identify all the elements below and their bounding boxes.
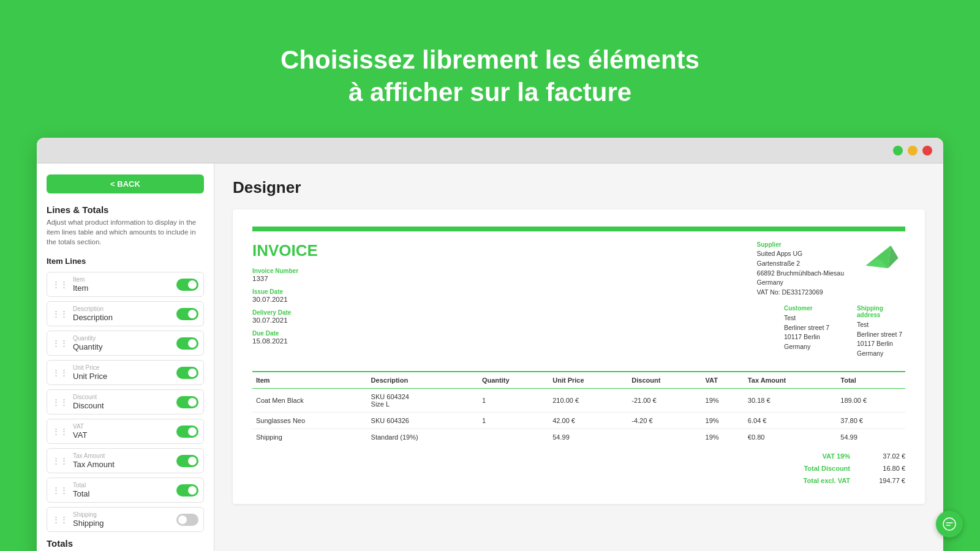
drag-handle[interactable]: ⋮⋮: [52, 515, 68, 524]
toggle-switch-description[interactable]: [176, 308, 198, 320]
totals-value-0: 37.02 €: [869, 452, 905, 460]
cell-qty: [478, 429, 549, 445]
totals-label-2: Total excl. VAT: [758, 477, 869, 484]
shipping-block: Shipping address Test Berliner street 7 …: [857, 305, 905, 359]
toggle-row-item: ⋮⋮ Item Item: [47, 272, 204, 297]
customer-block: Customer Test Berliner street 7 10117 Be…: [784, 305, 832, 359]
totals-row-2: Total excl. VAT 194.77 €: [252, 474, 905, 487]
invoice-issue-date-block: Issue Date 30.07.2021: [252, 288, 318, 303]
tl-green[interactable]: [893, 146, 903, 156]
field-value: Total: [73, 489, 172, 498]
svg-point-3: [943, 518, 956, 530]
field-label: Shipping: [73, 511, 172, 518]
drag-handle[interactable]: ⋮⋮: [52, 368, 68, 377]
totals-value-1: 16.80 €: [869, 465, 905, 472]
cell-desc: SKU 604326: [368, 412, 478, 429]
invoice-left: INVOICE Invoice Number 1337 Issue Date 3…: [252, 241, 318, 359]
drag-handle[interactable]: ⋮⋮: [52, 309, 68, 318]
col-item: Item: [252, 372, 368, 389]
cell-unit-price: 54.99: [549, 429, 628, 445]
cell-vat: 19%: [702, 388, 744, 412]
cell-tax: 6.04 €: [744, 412, 837, 429]
invoice-preview: INVOICE Invoice Number 1337 Issue Date 3…: [233, 209, 925, 504]
toggle-switch-total[interactable]: [176, 484, 198, 497]
col-vat: VAT: [702, 372, 744, 389]
cell-tax: 30.18 €: [744, 388, 837, 412]
toggle-switch-quantity[interactable]: [176, 337, 198, 350]
drag-handle[interactable]: ⋮⋮: [52, 397, 68, 407]
invoice-header-area: INVOICE Invoice Number 1337 Issue Date 3…: [252, 241, 905, 359]
toggle-switch-item[interactable]: [176, 279, 198, 291]
drag-handle[interactable]: ⋮⋮: [52, 456, 68, 465]
cell-qty: 1: [478, 412, 549, 429]
invoice-due-label: Due Date: [252, 330, 318, 337]
cell-discount: -4.20 €: [628, 412, 701, 429]
cell-tax: €0.80: [744, 429, 837, 445]
window-titlebar: [37, 138, 943, 163]
invoice-delivery-value: 30.07.2021: [252, 317, 318, 324]
toggle-row-tax-amount: ⋮⋮ Tax Amount Tax Amount: [47, 448, 204, 473]
customer-label: Customer: [784, 305, 832, 312]
toggle-switch-shipping[interactable]: [176, 514, 198, 526]
invoice-table-head: Item Description Quantity Unit Price Dis…: [252, 372, 905, 389]
chat-button[interactable]: [936, 511, 963, 538]
drag-handle[interactable]: ⋮⋮: [52, 339, 68, 348]
col-discount: Discount: [628, 372, 701, 389]
field-wrap: Unit Price Unit Price: [73, 364, 172, 381]
field-value: Shipping: [73, 519, 172, 528]
field-value: Unit Price: [73, 372, 172, 381]
invoice-number-label: Invoice Number: [252, 268, 318, 274]
tl-red[interactable]: [922, 146, 932, 156]
col-quantity: Quantity: [478, 372, 549, 389]
toggle-row-total: ⋮⋮ Total Total: [47, 478, 204, 503]
cell-desc: Standard (19%): [368, 429, 478, 445]
invoice-number-block: Invoice Number 1337: [252, 268, 318, 282]
toggle-row-quantity: ⋮⋮ Quantity Quantity: [47, 331, 204, 356]
field-value: Item: [73, 283, 172, 293]
cell-item: Sunglasses Neo: [252, 412, 368, 429]
totals-label-0: VAT 19%: [758, 452, 869, 460]
toggle-rows-container: ⋮⋮ Item Item ⋮⋮ Description Description …: [47, 272, 204, 532]
toggle-switch-vat[interactable]: [176, 425, 198, 438]
cell-total: 54.99: [837, 429, 905, 445]
toggle-switch-tax-amount[interactable]: [176, 455, 198, 467]
col-unit-price: Unit Price: [549, 372, 628, 389]
sidebar: Designer < BACK Lines & Totals Adjust wh…: [37, 163, 214, 551]
invoice-table: Item Description Quantity Unit Price Dis…: [252, 371, 905, 445]
supplier-label: Supplier: [757, 241, 844, 248]
sidebar-section-title: Lines & Totals: [47, 204, 204, 215]
field-wrap: Quantity Quantity: [73, 335, 172, 351]
field-label: Quantity: [73, 335, 172, 342]
main-content: Designer INVOICE Invoice Number 1337 Iss…: [214, 163, 943, 551]
invoice-row-2: Shipping Standard (19%) 54.99 19% €0.80 …: [252, 429, 905, 445]
cell-vat: 19%: [702, 429, 744, 445]
field-value: Description: [73, 313, 172, 322]
invoice-table-body: Coat Men Black SKU 604324Size L 1 210.00…: [252, 388, 905, 445]
cell-unit-price: 210.00 €: [549, 388, 628, 412]
chat-icon: [943, 517, 956, 531]
cell-vat: 19%: [702, 412, 744, 429]
field-label: Item: [73, 276, 172, 283]
invoice-row-0: Coat Men Black SKU 604324Size L 1 210.00…: [252, 388, 905, 412]
toggle-row-description: ⋮⋮ Description Description: [47, 301, 204, 326]
invoice-delivery-date-block: Delivery Date 30.07.2021: [252, 309, 318, 324]
field-value: Quantity: [73, 342, 172, 351]
toggle-switch-unit-price[interactable]: [176, 367, 198, 379]
field-label: Discount: [73, 394, 172, 400]
field-wrap: VAT VAT: [73, 423, 172, 440]
field-value: Discount: [73, 401, 172, 410]
totals-label-1: Total Discount: [758, 465, 869, 472]
drag-handle[interactable]: ⋮⋮: [52, 427, 68, 436]
invoice-right: Supplier Suited Apps UG Gartenstraße 2 6…: [757, 241, 905, 359]
back-button[interactable]: Designer < BACK: [47, 174, 204, 193]
customer-value: Test Berliner street 7 10117 Berlin Germ…: [784, 313, 832, 352]
col-tax-amount: Tax Amount: [744, 372, 837, 389]
totals-label: Totals: [47, 538, 204, 549]
field-label: Unit Price: [73, 364, 172, 371]
traffic-lights: [893, 146, 932, 156]
tl-yellow[interactable]: [908, 146, 918, 156]
invoice-totals: VAT 19% 37.02 € Total Discount 16.80 € T…: [252, 450, 905, 487]
drag-handle[interactable]: ⋮⋮: [52, 485, 68, 495]
drag-handle[interactable]: ⋮⋮: [52, 280, 68, 289]
toggle-switch-discount[interactable]: [176, 396, 198, 408]
